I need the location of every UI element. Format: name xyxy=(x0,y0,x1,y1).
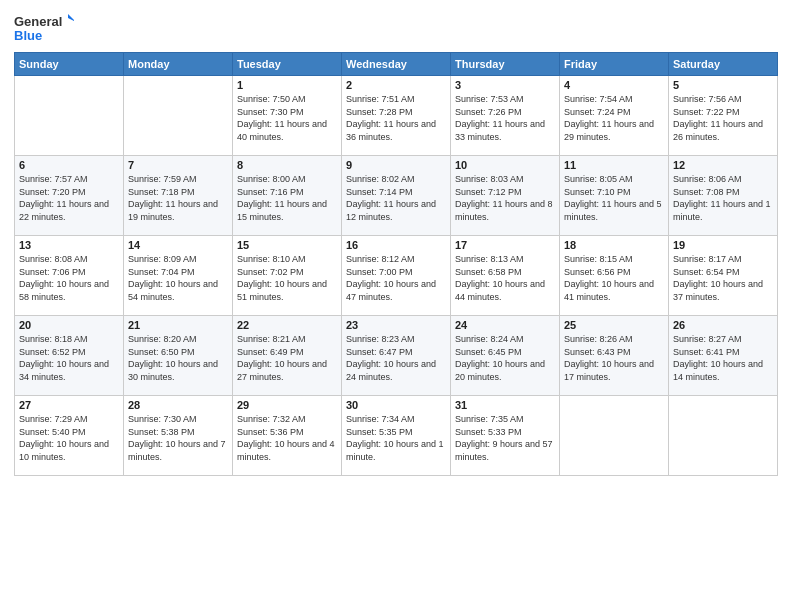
calendar-cell: 20Sunrise: 8:18 AMSunset: 6:52 PMDayligh… xyxy=(15,316,124,396)
day-number: 30 xyxy=(346,399,446,411)
calendar-week-4: 20Sunrise: 8:18 AMSunset: 6:52 PMDayligh… xyxy=(15,316,778,396)
day-info: Sunrise: 7:35 AMSunset: 5:33 PMDaylight:… xyxy=(455,413,555,463)
day-info: Sunrise: 8:03 AMSunset: 7:12 PMDaylight:… xyxy=(455,173,555,223)
calendar-cell: 29Sunrise: 7:32 AMSunset: 5:36 PMDayligh… xyxy=(233,396,342,476)
calendar-cell: 5Sunrise: 7:56 AMSunset: 7:22 PMDaylight… xyxy=(669,76,778,156)
calendar-cell: 10Sunrise: 8:03 AMSunset: 7:12 PMDayligh… xyxy=(451,156,560,236)
calendar-table: SundayMondayTuesdayWednesdayThursdayFrid… xyxy=(14,52,778,476)
calendar-cell: 26Sunrise: 8:27 AMSunset: 6:41 PMDayligh… xyxy=(669,316,778,396)
calendar-cell: 11Sunrise: 8:05 AMSunset: 7:10 PMDayligh… xyxy=(560,156,669,236)
day-info: Sunrise: 7:30 AMSunset: 5:38 PMDaylight:… xyxy=(128,413,228,463)
day-number: 14 xyxy=(128,239,228,251)
calendar-cell: 30Sunrise: 7:34 AMSunset: 5:35 PMDayligh… xyxy=(342,396,451,476)
calendar-cell: 21Sunrise: 8:20 AMSunset: 6:50 PMDayligh… xyxy=(124,316,233,396)
day-info: Sunrise: 7:50 AMSunset: 7:30 PMDaylight:… xyxy=(237,93,337,143)
svg-marker-2 xyxy=(68,14,74,22)
calendar-cell: 6Sunrise: 7:57 AMSunset: 7:20 PMDaylight… xyxy=(15,156,124,236)
calendar-cell: 13Sunrise: 8:08 AMSunset: 7:06 PMDayligh… xyxy=(15,236,124,316)
day-number: 15 xyxy=(237,239,337,251)
logo-svg: General Blue xyxy=(14,10,74,46)
calendar-cell: 28Sunrise: 7:30 AMSunset: 5:38 PMDayligh… xyxy=(124,396,233,476)
day-number: 24 xyxy=(455,319,555,331)
day-info: Sunrise: 8:23 AMSunset: 6:47 PMDaylight:… xyxy=(346,333,446,383)
day-info: Sunrise: 7:51 AMSunset: 7:28 PMDaylight:… xyxy=(346,93,446,143)
logo: General Blue xyxy=(14,10,74,46)
calendar-cell: 8Sunrise: 8:00 AMSunset: 7:16 PMDaylight… xyxy=(233,156,342,236)
day-number: 1 xyxy=(237,79,337,91)
calendar-week-1: 1Sunrise: 7:50 AMSunset: 7:30 PMDaylight… xyxy=(15,76,778,156)
day-info: Sunrise: 8:13 AMSunset: 6:58 PMDaylight:… xyxy=(455,253,555,303)
calendar-week-5: 27Sunrise: 7:29 AMSunset: 5:40 PMDayligh… xyxy=(15,396,778,476)
calendar-cell xyxy=(124,76,233,156)
calendar-cell: 14Sunrise: 8:09 AMSunset: 7:04 PMDayligh… xyxy=(124,236,233,316)
calendar-cell: 16Sunrise: 8:12 AMSunset: 7:00 PMDayligh… xyxy=(342,236,451,316)
calendar-cell: 25Sunrise: 8:26 AMSunset: 6:43 PMDayligh… xyxy=(560,316,669,396)
day-number: 22 xyxy=(237,319,337,331)
day-number: 13 xyxy=(19,239,119,251)
calendar-cell: 22Sunrise: 8:21 AMSunset: 6:49 PMDayligh… xyxy=(233,316,342,396)
calendar-cell: 9Sunrise: 8:02 AMSunset: 7:14 PMDaylight… xyxy=(342,156,451,236)
weekday-header-saturday: Saturday xyxy=(669,53,778,76)
day-number: 20 xyxy=(19,319,119,331)
day-number: 8 xyxy=(237,159,337,171)
weekday-header-monday: Monday xyxy=(124,53,233,76)
day-number: 28 xyxy=(128,399,228,411)
calendar-cell: 23Sunrise: 8:23 AMSunset: 6:47 PMDayligh… xyxy=(342,316,451,396)
day-number: 23 xyxy=(346,319,446,331)
weekday-header-tuesday: Tuesday xyxy=(233,53,342,76)
day-number: 11 xyxy=(564,159,664,171)
day-info: Sunrise: 8:12 AMSunset: 7:00 PMDaylight:… xyxy=(346,253,446,303)
day-info: Sunrise: 8:26 AMSunset: 6:43 PMDaylight:… xyxy=(564,333,664,383)
day-info: Sunrise: 7:54 AMSunset: 7:24 PMDaylight:… xyxy=(564,93,664,143)
day-number: 6 xyxy=(19,159,119,171)
day-number: 21 xyxy=(128,319,228,331)
day-number: 7 xyxy=(128,159,228,171)
day-info: Sunrise: 8:05 AMSunset: 7:10 PMDaylight:… xyxy=(564,173,664,223)
page: General Blue SundayMondayTuesdayWednesda… xyxy=(0,0,792,612)
calendar-week-2: 6Sunrise: 7:57 AMSunset: 7:20 PMDaylight… xyxy=(15,156,778,236)
calendar-cell: 1Sunrise: 7:50 AMSunset: 7:30 PMDaylight… xyxy=(233,76,342,156)
day-number: 2 xyxy=(346,79,446,91)
day-info: Sunrise: 8:02 AMSunset: 7:14 PMDaylight:… xyxy=(346,173,446,223)
day-info: Sunrise: 8:06 AMSunset: 7:08 PMDaylight:… xyxy=(673,173,773,223)
calendar-cell: 2Sunrise: 7:51 AMSunset: 7:28 PMDaylight… xyxy=(342,76,451,156)
calendar-cell: 27Sunrise: 7:29 AMSunset: 5:40 PMDayligh… xyxy=(15,396,124,476)
day-number: 10 xyxy=(455,159,555,171)
day-number: 18 xyxy=(564,239,664,251)
day-number: 12 xyxy=(673,159,773,171)
weekday-header-wednesday: Wednesday xyxy=(342,53,451,76)
day-info: Sunrise: 8:17 AMSunset: 6:54 PMDaylight:… xyxy=(673,253,773,303)
day-info: Sunrise: 8:15 AMSunset: 6:56 PMDaylight:… xyxy=(564,253,664,303)
day-number: 17 xyxy=(455,239,555,251)
calendar-cell: 17Sunrise: 8:13 AMSunset: 6:58 PMDayligh… xyxy=(451,236,560,316)
calendar-week-3: 13Sunrise: 8:08 AMSunset: 7:06 PMDayligh… xyxy=(15,236,778,316)
day-info: Sunrise: 8:00 AMSunset: 7:16 PMDaylight:… xyxy=(237,173,337,223)
svg-text:General: General xyxy=(14,14,62,29)
day-info: Sunrise: 8:24 AMSunset: 6:45 PMDaylight:… xyxy=(455,333,555,383)
day-info: Sunrise: 7:53 AMSunset: 7:26 PMDaylight:… xyxy=(455,93,555,143)
weekday-header-sunday: Sunday xyxy=(15,53,124,76)
day-number: 5 xyxy=(673,79,773,91)
calendar-cell: 31Sunrise: 7:35 AMSunset: 5:33 PMDayligh… xyxy=(451,396,560,476)
day-number: 31 xyxy=(455,399,555,411)
day-number: 19 xyxy=(673,239,773,251)
day-number: 16 xyxy=(346,239,446,251)
day-info: Sunrise: 8:21 AMSunset: 6:49 PMDaylight:… xyxy=(237,333,337,383)
day-number: 29 xyxy=(237,399,337,411)
day-info: Sunrise: 7:34 AMSunset: 5:35 PMDaylight:… xyxy=(346,413,446,463)
calendar-cell: 3Sunrise: 7:53 AMSunset: 7:26 PMDaylight… xyxy=(451,76,560,156)
day-info: Sunrise: 8:18 AMSunset: 6:52 PMDaylight:… xyxy=(19,333,119,383)
day-info: Sunrise: 7:56 AMSunset: 7:22 PMDaylight:… xyxy=(673,93,773,143)
header: General Blue xyxy=(14,10,778,46)
day-number: 4 xyxy=(564,79,664,91)
calendar-cell: 19Sunrise: 8:17 AMSunset: 6:54 PMDayligh… xyxy=(669,236,778,316)
day-info: Sunrise: 8:08 AMSunset: 7:06 PMDaylight:… xyxy=(19,253,119,303)
weekday-header-friday: Friday xyxy=(560,53,669,76)
day-number: 9 xyxy=(346,159,446,171)
day-info: Sunrise: 7:29 AMSunset: 5:40 PMDaylight:… xyxy=(19,413,119,463)
calendar-cell xyxy=(560,396,669,476)
calendar-cell: 12Sunrise: 8:06 AMSunset: 7:08 PMDayligh… xyxy=(669,156,778,236)
calendar-cell: 7Sunrise: 7:59 AMSunset: 7:18 PMDaylight… xyxy=(124,156,233,236)
day-number: 26 xyxy=(673,319,773,331)
day-info: Sunrise: 8:20 AMSunset: 6:50 PMDaylight:… xyxy=(128,333,228,383)
